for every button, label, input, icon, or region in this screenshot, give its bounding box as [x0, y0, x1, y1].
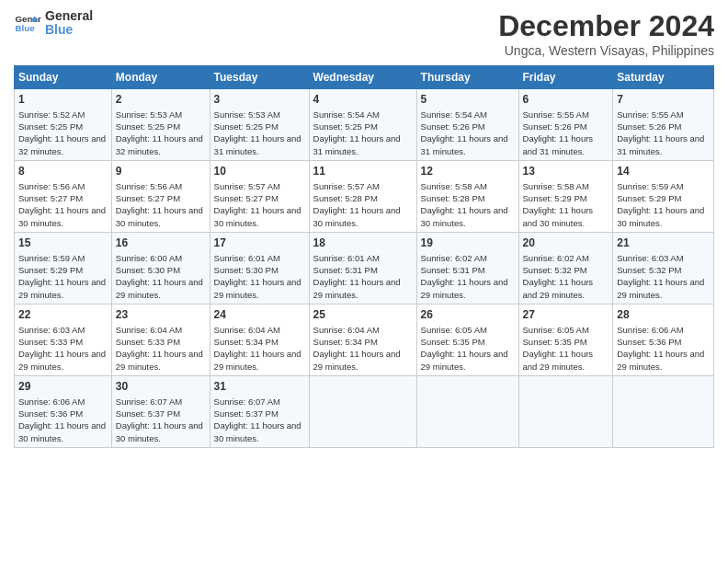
sunrise-text: Sunrise: 6:04 AM: [214, 324, 305, 336]
sunset-text: Sunset: 5:27 PM: [116, 192, 206, 204]
day-number: 6: [523, 92, 609, 108]
page-container: General Blue General Blue December 2024 …: [0, 0, 728, 563]
day-number: 27: [523, 307, 609, 323]
cell-week3-day2: 17Sunrise: 6:01 AMSunset: 5:30 PMDayligh…: [210, 232, 309, 304]
sunrise-text: Sunrise: 6:03 AM: [617, 252, 710, 264]
sunset-text: Sunset: 5:33 PM: [116, 336, 206, 348]
cell-week4-day6: 28Sunrise: 6:06 AMSunset: 5:36 PMDayligh…: [613, 304, 714, 375]
daylight-text: Daylight: 11 hours and 30 minutes.: [116, 419, 206, 444]
sunrise-text: Sunrise: 5:57 AM: [214, 180, 305, 192]
sunrise-text: Sunrise: 6:03 AM: [18, 324, 108, 336]
week-row-5: 29Sunrise: 6:06 AMSunset: 5:36 PMDayligh…: [15, 375, 714, 447]
week-row-4: 22Sunrise: 6:03 AMSunset: 5:33 PMDayligh…: [15, 304, 714, 375]
sunrise-text: Sunrise: 6:02 AM: [421, 252, 515, 264]
cell-week3-day3: 18Sunrise: 6:01 AMSunset: 5:31 PMDayligh…: [309, 232, 416, 304]
cell-week4-day3: 25Sunrise: 6:04 AMSunset: 5:34 PMDayligh…: [309, 304, 416, 375]
daylight-text: Daylight: 11 hours and 29 minutes.: [214, 348, 305, 373]
col-saturday: Saturday: [613, 66, 714, 89]
daylight-text: Daylight: 11 hours and 29 minutes.: [18, 276, 108, 301]
cell-week2-day4: 12Sunrise: 5:58 AMSunset: 5:28 PMDayligh…: [416, 160, 518, 232]
sunset-text: Sunset: 5:35 PM: [523, 336, 609, 348]
sunrise-text: Sunrise: 6:01 AM: [313, 252, 413, 264]
day-number: 13: [523, 164, 609, 179]
sunset-text: Sunset: 5:27 PM: [214, 192, 305, 204]
col-wednesday: Wednesday: [309, 66, 416, 89]
svg-text:Blue: Blue: [16, 23, 36, 33]
sunrise-text: Sunrise: 5:56 AM: [116, 180, 206, 192]
cell-week3-day0: 15Sunrise: 5:59 AMSunset: 5:29 PMDayligh…: [15, 232, 112, 304]
daylight-text: Daylight: 11 hours and 30 minutes.: [18, 419, 108, 444]
day-number: 29: [18, 379, 108, 395]
sunrise-text: Sunrise: 5:55 AM: [523, 109, 609, 121]
sunrise-text: Sunrise: 5:54 AM: [313, 109, 413, 121]
sunrise-text: Sunrise: 6:05 AM: [421, 324, 515, 336]
cell-week1-day0: 1Sunrise: 5:52 AMSunset: 5:25 PMDaylight…: [15, 89, 112, 161]
sunrise-text: Sunrise: 6:05 AM: [523, 324, 609, 336]
sunset-text: Sunset: 5:25 PM: [313, 121, 413, 132]
day-number: 14: [617, 164, 710, 179]
sunset-text: Sunset: 5:28 PM: [313, 192, 413, 204]
cell-week1-day6: 7Sunrise: 5:55 AMSunset: 5:26 PMDaylight…: [613, 89, 714, 161]
sunset-text: Sunset: 5:33 PM: [18, 336, 108, 348]
daylight-text: Daylight: 11 hours and 30 minutes.: [214, 204, 305, 229]
logo: General Blue General Blue: [14, 9, 93, 38]
sunset-text: Sunset: 5:30 PM: [214, 264, 305, 276]
cell-week2-day0: 8Sunrise: 5:56 AMSunset: 5:27 PMDaylight…: [15, 160, 112, 232]
cell-week4-day5: 27Sunrise: 6:05 AMSunset: 5:35 PMDayligh…: [518, 304, 613, 375]
cell-week3-day6: 21Sunrise: 6:03 AMSunset: 5:32 PMDayligh…: [613, 232, 714, 304]
day-number: 9: [116, 164, 206, 179]
daylight-text: Daylight: 11 hours and 30 minutes.: [313, 204, 413, 229]
sunset-text: Sunset: 5:36 PM: [18, 408, 108, 419]
sunrise-text: Sunrise: 5:53 AM: [116, 109, 206, 121]
sunset-text: Sunset: 5:37 PM: [214, 408, 305, 419]
svg-text:General: General: [16, 14, 42, 24]
daylight-text: Daylight: 11 hours and 29 minutes.: [214, 276, 305, 301]
logo-line2: Blue: [45, 23, 93, 37]
sunset-text: Sunset: 5:26 PM: [421, 121, 515, 132]
cell-week2-day6: 14Sunrise: 5:59 AMSunset: 5:29 PMDayligh…: [613, 160, 714, 232]
cell-week2-day2: 10Sunrise: 5:57 AMSunset: 5:27 PMDayligh…: [210, 160, 309, 232]
day-number: 4: [313, 92, 413, 108]
sunset-text: Sunset: 5:27 PM: [18, 192, 108, 204]
calendar-table: Sunday Monday Tuesday Wednesday Thursday…: [14, 65, 714, 448]
day-number: 7: [617, 92, 710, 108]
sunset-text: Sunset: 5:28 PM: [421, 192, 515, 204]
day-number: 10: [214, 164, 305, 179]
daylight-text: Daylight: 11 hours and 29 minutes.: [421, 348, 515, 373]
daylight-text: Daylight: 11 hours and 30 minutes.: [617, 204, 710, 229]
day-number: 21: [617, 236, 710, 251]
sunrise-text: Sunrise: 6:06 AM: [18, 396, 108, 408]
daylight-text: Daylight: 11 hours and 29 minutes.: [313, 348, 413, 373]
daylight-text: Daylight: 11 hours and 29 minutes.: [313, 276, 413, 301]
daylight-text: Daylight: 11 hours and 30 minutes.: [214, 419, 305, 444]
day-number: 31: [214, 379, 305, 395]
day-number: 26: [421, 307, 515, 323]
week-row-2: 8Sunrise: 5:56 AMSunset: 5:27 PMDaylight…: [15, 160, 714, 232]
sunset-text: Sunset: 5:26 PM: [523, 121, 609, 132]
day-number: 19: [421, 236, 515, 251]
sunrise-text: Sunrise: 5:54 AM: [421, 109, 515, 121]
sunset-text: Sunset: 5:26 PM: [617, 121, 710, 132]
sunset-text: Sunset: 5:35 PM: [421, 336, 515, 348]
cell-week1-day5: 6Sunrise: 5:55 AMSunset: 5:26 PMDaylight…: [518, 89, 613, 161]
cell-week4-day2: 24Sunrise: 6:04 AMSunset: 5:34 PMDayligh…: [210, 304, 309, 375]
cell-week4-day0: 22Sunrise: 6:03 AMSunset: 5:33 PMDayligh…: [15, 304, 112, 375]
day-number: 15: [18, 236, 108, 251]
sunset-text: Sunset: 5:36 PM: [617, 336, 710, 348]
sunset-text: Sunset: 5:25 PM: [214, 121, 305, 132]
sunrise-text: Sunrise: 5:59 AM: [18, 252, 108, 264]
sunset-text: Sunset: 5:30 PM: [116, 264, 206, 276]
sunrise-text: Sunrise: 6:06 AM: [617, 324, 710, 336]
sunset-text: Sunset: 5:32 PM: [523, 264, 609, 276]
sunrise-text: Sunrise: 5:59 AM: [617, 180, 710, 192]
sunset-text: Sunset: 5:31 PM: [313, 264, 413, 276]
sunset-text: Sunset: 5:25 PM: [18, 121, 108, 132]
sunset-text: Sunset: 5:34 PM: [214, 336, 305, 348]
sunrise-text: Sunrise: 6:02 AM: [523, 252, 609, 264]
col-tuesday: Tuesday: [210, 66, 309, 89]
day-number: 2: [116, 92, 206, 108]
daylight-text: Daylight: 11 hours and 30 minutes.: [18, 204, 108, 229]
cell-week2-day5: 13Sunrise: 5:58 AMSunset: 5:29 PMDayligh…: [518, 160, 613, 232]
day-number: 20: [523, 236, 609, 251]
sunrise-text: Sunrise: 5:56 AM: [18, 180, 108, 192]
